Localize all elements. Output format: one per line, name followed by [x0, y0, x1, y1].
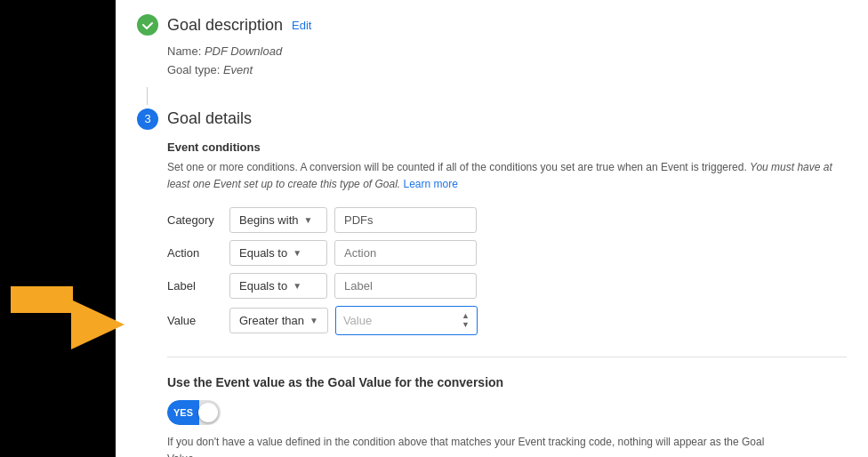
yes-no-toggle[interactable]: YES: [167, 400, 221, 425]
goal-details-section: 3 Goal details Event conditions Set one …: [137, 108, 847, 457]
chevron-down-icon: ▼: [293, 248, 301, 258]
goal-description-title: Goal description: [167, 16, 283, 35]
condition-dropdown-category[interactable]: Begins with ▼: [229, 207, 327, 233]
goal-description-header: Goal description Edit: [137, 14, 847, 36]
check-circle-icon: [137, 14, 158, 36]
goal-details-header: 3 Goal details: [137, 108, 847, 130]
condition-row-value: Value Greater than ▼ Value ▲ ▼: [167, 306, 847, 335]
chevron-down-icon: ▼: [293, 281, 301, 291]
condition-label-value: Value: [167, 314, 229, 327]
edit-link[interactable]: Edit: [292, 19, 311, 32]
event-conditions-desc: Set one or more conditions. A conversion…: [167, 159, 847, 193]
chevron-down-icon: ▼: [303, 215, 312, 225]
event-value-desc: If you don't have a value defined in the…: [167, 434, 790, 457]
chevron-down-icon: ▼: [309, 316, 318, 325]
toggle-yes-label: YES: [167, 400, 199, 425]
label-input[interactable]: [334, 273, 477, 299]
learn-more-link[interactable]: Learn more: [404, 178, 458, 190]
goal-type-line: Goal type: Event: [167, 61, 847, 80]
dropdown-btn-label[interactable]: Equals to ▼: [229, 273, 327, 299]
event-value-title: Use the Event value as the Goal Value fo…: [167, 375, 847, 389]
step-number: 3: [137, 108, 158, 130]
category-input[interactable]: [334, 207, 477, 233]
condition-row-action: Action Equals to ▼: [167, 240, 847, 266]
main-content: Goal description Edit Name: PDF Download…: [116, 0, 868, 457]
goal-meta: Name: PDF Download Goal type: Event: [167, 43, 847, 80]
number-spinners[interactable]: ▲ ▼: [462, 312, 470, 329]
value-placeholder: Value: [343, 314, 372, 327]
condition-label-label: Label: [167, 279, 229, 293]
condition-dropdown-label[interactable]: Equals to ▼: [229, 273, 327, 299]
toggle-knob: [198, 403, 218, 422]
condition-label-action: Action: [167, 246, 229, 260]
goal-name-line: Name: PDF Download: [167, 43, 847, 61]
left-sidebar: [0, 0, 116, 457]
condition-label-category: Category: [167, 213, 229, 227]
spinner-up-icon[interactable]: ▲: [462, 312, 470, 320]
toggle-container: YES: [167, 400, 847, 425]
event-value-section: Use the Event value as the Goal Value fo…: [167, 357, 847, 457]
goal-details-title: Goal details: [167, 109, 252, 128]
value-input-container: Value ▲ ▼: [335, 306, 478, 335]
dropdown-btn-value[interactable]: Greater than ▼: [229, 308, 328, 333]
step-connector: [147, 87, 148, 105]
event-conditions-block: Event conditions Set one or more conditi…: [167, 140, 847, 457]
spinner-down-icon[interactable]: ▼: [462, 321, 470, 329]
conditions-table: Category Begins with ▼ Action Equals: [167, 207, 847, 335]
event-conditions-title: Event conditions: [167, 140, 847, 154]
condition-dropdown-value[interactable]: Greater than ▼: [229, 308, 328, 333]
condition-dropdown-action[interactable]: Equals to ▼: [229, 240, 327, 266]
condition-row-label: Label Equals to ▼: [167, 273, 847, 299]
dropdown-btn-category[interactable]: Begins with ▼: [229, 207, 327, 233]
action-input[interactable]: [334, 240, 477, 266]
dropdown-btn-action[interactable]: Equals to ▼: [229, 240, 327, 266]
arrow-indicator: [71, 300, 125, 349]
condition-row-category: Category Begins with ▼: [167, 207, 847, 233]
